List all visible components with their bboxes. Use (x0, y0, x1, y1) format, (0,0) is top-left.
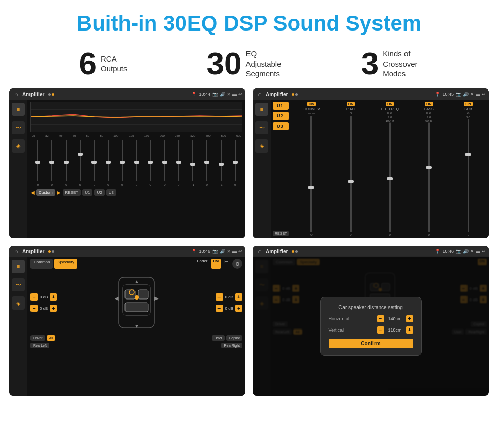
status-bar-2: ⌂ Amplifier 📍 10:45 📷 🔊 ✕ ▬ ↩ (253, 88, 489, 100)
slider-7[interactable]: 0 (116, 140, 129, 186)
camera-icon-4: 📷 (456, 249, 461, 254)
sub-on[interactable]: ON (464, 102, 473, 106)
loudness-on[interactable]: ON (307, 102, 316, 106)
prev-btn[interactable]: ◀ (30, 190, 35, 195)
slider-5[interactable]: 0 (88, 140, 101, 186)
left-plus-1[interactable]: + (50, 293, 57, 301)
speaker-icon[interactable]: ◈ (12, 139, 25, 153)
u2-select-btn[interactable]: U2 (273, 112, 289, 120)
slider-15[interactable]: 0 (229, 140, 241, 186)
slider-3[interactable]: 0 (59, 140, 72, 186)
u3-btn[interactable]: U3 (106, 189, 116, 196)
status-bar-4: ⌂ Amplifier 📍 10:46 📷 🔊 ✕ ▬ ↩ (253, 246, 489, 257)
cutfreq-slider[interactable] (389, 122, 391, 232)
right-plus-2[interactable]: + (235, 305, 242, 312)
slider-12[interactable]: -1 (186, 140, 199, 186)
x-icon: ✕ (227, 92, 231, 97)
home-icon[interactable]: ⌂ (12, 90, 20, 98)
rearleft-btn[interactable]: RearLeft (30, 343, 49, 348)
vertical-value: 110cm (386, 327, 404, 333)
slider-13[interactable]: 0 (201, 140, 213, 186)
slider-14[interactable]: -1 (215, 140, 228, 186)
specialty-tab[interactable]: Specialty (54, 259, 77, 269)
fader-screen: ⌂ Amplifier 📍 10:46 📷 🔊 ✕ ▬ ↩ ≡ 〜 ◈ (9, 246, 245, 396)
speaker-icon-3[interactable]: ◈ (12, 296, 25, 310)
eq-bottom-controls: ◀ Custom ▶ RESET U1 U2 U3 (30, 189, 242, 196)
dot1 (48, 93, 51, 96)
wave-icon[interactable]: 〜 (12, 121, 25, 134)
wave-icon-2[interactable]: 〜 (255, 121, 268, 134)
vertical-label: Vertical (329, 327, 344, 333)
fader-main-area: Common Specialty Fader ON ⊢ ⚙ − (27, 257, 245, 396)
back-icon-2[interactable]: ↩ (482, 92, 486, 97)
back-icon-3[interactable]: ↩ (238, 249, 242, 254)
slider-1[interactable]: 0 (32, 140, 44, 186)
confirm-button[interactable]: Confirm (329, 339, 413, 348)
slider-6[interactable]: 0 (102, 140, 115, 186)
common-tab[interactable]: Common (30, 259, 53, 269)
u1-select-btn[interactable]: U1 (273, 102, 289, 110)
cutfreq-on[interactable]: ON (386, 102, 394, 106)
slider-8[interactable]: 0 (130, 140, 143, 186)
phat-on[interactable]: ON (347, 102, 355, 106)
driver-btn[interactable]: Driver (30, 335, 45, 341)
rearright-btn[interactable]: RearRight (221, 343, 242, 348)
phat-slider[interactable] (350, 116, 352, 232)
left-minus-1[interactable]: − (30, 293, 38, 301)
right-minus-2[interactable]: − (216, 305, 223, 312)
copilot-btn[interactable]: Copilot (226, 335, 242, 341)
battery-icon-4: ▬ (476, 249, 480, 254)
u1-btn[interactable]: U1 (82, 189, 92, 196)
right-minus-1[interactable]: − (216, 293, 223, 301)
wave-icon-3[interactable]: 〜 (12, 278, 25, 291)
u2-btn[interactable]: U2 (94, 189, 104, 196)
car-diagram-area: ▲ ▼ ◀ ▶ (60, 272, 212, 333)
time-4: 10:46 (442, 249, 454, 254)
loudness-slider[interactable] (310, 116, 312, 232)
dot5 (48, 250, 51, 253)
channel-sliders: ON LOUDNESS —— 0 ON PHAT G (293, 102, 487, 236)
dot7 (292, 250, 294, 253)
bass-on[interactable]: ON (425, 102, 433, 106)
right-plus-1[interactable]: + (235, 293, 242, 301)
bass-slider[interactable] (428, 122, 430, 232)
horizontal-minus[interactable]: − (377, 315, 384, 322)
fader-on-badge[interactable]: ON (211, 259, 221, 269)
horizontal-plus[interactable]: + (406, 315, 413, 322)
slider-9[interactable]: 0 (144, 140, 157, 186)
custom-btn[interactable]: Custom (36, 189, 55, 196)
vertical-plus[interactable]: + (406, 326, 413, 334)
eq-icon[interactable]: ≡ (12, 103, 25, 116)
eq-icon-3[interactable]: ≡ (12, 260, 25, 273)
home-icon-3[interactable]: ⌂ (12, 247, 20, 255)
eq-icon-2[interactable]: ≡ (255, 103, 268, 116)
reset-btn-2[interactable]: RESET (273, 231, 289, 236)
next-btn[interactable]: ▶ (57, 190, 61, 195)
crossover-screen-content: ≡ 〜 ◈ U1 U2 U3 RESET ON (253, 100, 489, 238)
home-icon-2[interactable]: ⌂ (256, 90, 264, 98)
settings-icon[interactable]: ⚙ (232, 259, 242, 269)
all-btn[interactable]: All (47, 335, 56, 341)
home-icon-4[interactable]: ⌂ (256, 247, 264, 255)
slider-2[interactable]: 0 (46, 140, 58, 186)
horizontal-label: Horizontal (329, 316, 350, 321)
horizontal-row: Horizontal − 140cm + (329, 315, 413, 322)
fader-slider-icon[interactable]: ⊢ (224, 259, 229, 269)
left-plus-2[interactable]: + (50, 305, 57, 312)
back-icon[interactable]: ↩ (238, 92, 242, 97)
back-icon-4[interactable]: ↩ (482, 249, 486, 254)
slider-11[interactable]: 0 (172, 140, 185, 186)
user-btn[interactable]: User (212, 335, 225, 341)
speaker-icon-2[interactable]: ◈ (255, 139, 268, 153)
slider-4[interactable]: 5 (74, 140, 86, 186)
camera-icon-3: 📷 (212, 249, 218, 254)
sub-slider[interactable] (468, 119, 469, 232)
time-1: 10:44 (199, 92, 210, 97)
x-icon-4: ✕ (470, 249, 474, 254)
u3-select-btn[interactable]: U3 (273, 122, 289, 130)
vertical-minus[interactable]: − (377, 326, 384, 334)
slider-10[interactable]: 0 (159, 140, 171, 186)
reset-btn-1[interactable]: RESET (63, 189, 81, 196)
phat-scale: 0 (350, 233, 351, 236)
left-minus-2[interactable]: − (30, 305, 38, 312)
